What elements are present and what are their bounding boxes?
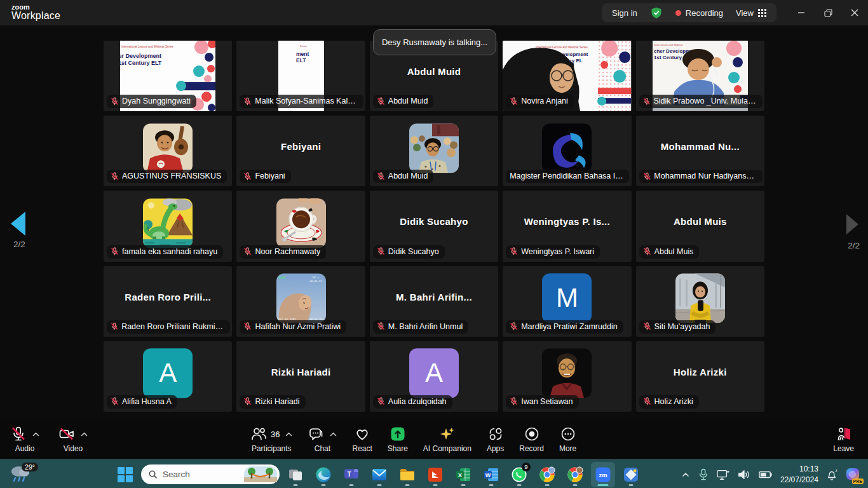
participant-tile[interactable]: Mohammad Nu...Mohammad Nur Hadiyansyah (636, 116, 764, 186)
taskbar-clock[interactable]: 10:1322/07/2024 (780, 464, 818, 484)
participant-tile[interactable]: CAM SP ▸ -00:06:23 REC 03.158T PM 05:20H… (236, 266, 365, 337)
mic-muted-icon (377, 172, 385, 180)
running-indicator (573, 484, 578, 486)
svg-text:CAM: CAM (278, 276, 285, 280)
apps-button[interactable]: Apps (485, 423, 505, 456)
participant-tile[interactable]: AGUSTINUS FRANSISKUS (104, 116, 232, 186)
participant-name: Mohammad Nur Hadiyansyah (654, 172, 757, 180)
search-daily-image[interactable] (244, 466, 277, 482)
mic-muted-icon (377, 97, 385, 105)
explorer-taskbar-icon[interactable] (395, 462, 419, 487)
participant-tile[interactable]: Magister Pendidikan Bahasa Ing... (503, 116, 631, 186)
bell-snooze-icon[interactable]: z (825, 468, 838, 481)
participant-tile[interactable]: Noor Rachmawaty (236, 191, 365, 261)
svg-text:ment: ment (296, 51, 309, 57)
start-button[interactable] (113, 462, 137, 487)
edge-taskbar-icon[interactable] (311, 462, 336, 487)
chevron-up-icon[interactable] (285, 432, 292, 437)
sign-in-button[interactable]: Sign in (612, 8, 637, 18)
microphone-icon[interactable] (698, 468, 709, 481)
participant-tile[interactable]: M. Bahri Arifin...M. Bahri Arifin Unmul (370, 266, 498, 337)
photos-taskbar-icon[interactable] (619, 462, 643, 487)
participant-tile[interactable]: Weningtyas P. Is...Weningtyas P. Iswari (503, 191, 631, 261)
participant-tile[interactable]: International Lecture and Webinar Series… (104, 41, 232, 111)
participant-tile[interactable]: FebiyaniFebiyani (236, 116, 365, 186)
share-icon (390, 426, 406, 442)
task-view-taskbar-icon[interactable] (283, 462, 308, 487)
participant-nameplate: Holiz Arizki (639, 395, 699, 409)
logo-workplace-text: Workplace (11, 11, 60, 22)
mic-muted-icon (510, 247, 518, 255)
view-button[interactable]: View (736, 8, 766, 18)
restore-button[interactable] (815, 0, 841, 25)
participant-tile[interactable]: AAlifia Husna A (104, 341, 232, 412)
chevron-up-icon[interactable] (32, 432, 39, 437)
word-taskbar-icon[interactable]: W (479, 462, 503, 487)
participant-display-name: Abdul Muis (636, 191, 764, 252)
participant-tile[interactable]: Abdul Muid (370, 116, 498, 186)
talking-toast: Desy Rusmawaty is talking... (373, 29, 496, 55)
participant-tile[interactable]: Rizki HariadiRizki Hariadi (236, 341, 365, 412)
running-indicator (322, 484, 326, 486)
recording-indicator[interactable]: Recording (675, 8, 723, 18)
close-button[interactable] (841, 0, 868, 25)
participant-name: Rizki Hariadi (255, 397, 299, 406)
mic-muted-icon (111, 97, 119, 105)
participant-tile[interactable]: onal Lecture and Webinar cher Developme … (636, 41, 764, 111)
heart-icon (354, 426, 370, 442)
pdf-taskbar-icon[interactable] (423, 462, 447, 487)
chevron-up-icon[interactable] (81, 432, 88, 437)
chevron-up-icon[interactable] (681, 470, 691, 480)
participant-tile[interactable]: AAulia dzulqoidah (370, 341, 498, 412)
zoom-taskbar-icon[interactable]: zm (591, 462, 615, 487)
security-shield-icon[interactable] (650, 6, 663, 19)
participant-nameplate: Magister Pendidikan Bahasa Ing... (506, 170, 629, 183)
participant-tile[interactable]: Holiz ArizkiHoliz Arizki (636, 341, 764, 412)
participant-tile[interactable]: Abdul MuisAbdul Muis (636, 191, 764, 261)
whatsapp-taskbar-icon[interactable]: 9 (507, 462, 531, 487)
record-button[interactable]: Record (518, 423, 545, 456)
participant-tile[interactable]: Series ment ELTMalik Sofyan-Sanimas Kalt… (236, 41, 365, 111)
previous-page-arrow[interactable] (11, 212, 25, 236)
react-button[interactable]: React (351, 423, 373, 456)
participants-button[interactable]: 36Participants (249, 423, 294, 456)
excel-taskbar-icon[interactable]: X (451, 462, 475, 487)
mic-muted-icon (243, 247, 252, 255)
minimize-button[interactable] (788, 0, 815, 25)
mail-taskbar-icon[interactable] (367, 462, 391, 487)
chat-button[interactable]: Chat (306, 423, 338, 456)
participant-name: Abdul Muid (388, 172, 428, 180)
more-button[interactable]: More (558, 423, 578, 456)
weather-widget[interactable]: 29° (9, 464, 38, 485)
participant-display-name: Weningtyas P. Is... (503, 191, 631, 252)
view-label: View (736, 8, 754, 18)
participant-tile[interactable]: Siti Mu'ayyadah (636, 266, 764, 337)
audio-button[interactable]: Audio (9, 423, 41, 456)
svg-text:-00:06:23: -00:06:23 (308, 280, 322, 283)
participant-tile[interactable]: Raden Roro Prili...Raden Roro Priliani R… (104, 266, 232, 337)
video-button[interactable]: Video (57, 423, 89, 456)
chrome-1-taskbar-icon[interactable] (535, 462, 559, 487)
speaker-icon[interactable] (737, 468, 751, 481)
participant-tile[interactable]: International Lecture and Webinar Series… (503, 41, 631, 111)
share-button[interactable]: Share (386, 423, 409, 456)
copilot-icon[interactable]: PRE (845, 466, 862, 483)
clock-time: 10:13 (780, 464, 818, 474)
leave-button[interactable]: Leave (832, 423, 855, 456)
participant-tile[interactable]: Didik SucahyoDidik Sucahyo (370, 191, 498, 261)
participant-tile[interactable]: MMardliya Pratiwi Zamruddin (503, 266, 631, 337)
battery-icon[interactable] (758, 468, 773, 481)
teams-taskbar-icon[interactable]: T (339, 462, 363, 487)
search-placeholder: Search (163, 470, 239, 479)
next-page-arrow[interactable] (846, 214, 858, 234)
ai-companion-button[interactable]: AI Companion (422, 423, 473, 456)
participant-tile[interactable]: Iwan Setiawan (503, 341, 631, 412)
participant-tile[interactable]: famala eka sanhadi rahayu (104, 191, 232, 261)
mic-muted-icon (643, 172, 651, 180)
taskbar-search-input[interactable]: Search (141, 464, 280, 484)
participant-nameplate: Febiyani (240, 170, 290, 183)
chrome-2-taskbar-icon[interactable] (563, 462, 587, 487)
participant-nameplate: Aulia dzulqoidah (373, 395, 452, 409)
chevron-up-icon[interactable] (330, 432, 337, 437)
display-icon[interactable] (716, 468, 730, 481)
